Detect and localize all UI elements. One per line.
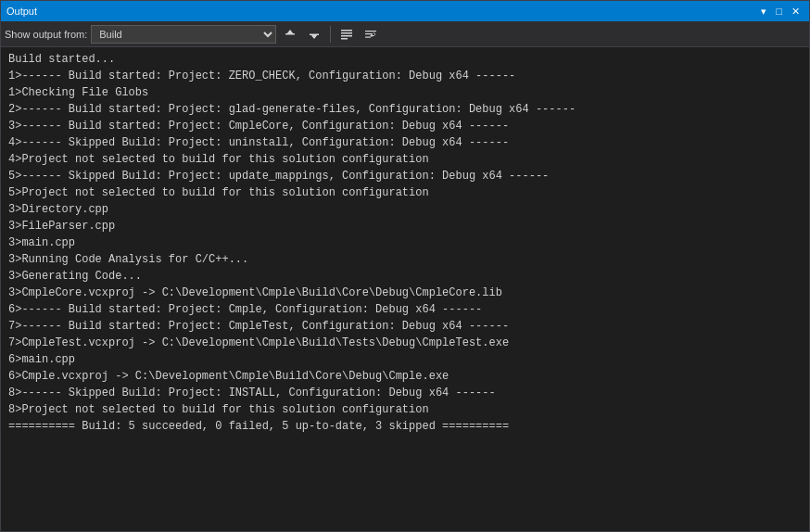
output-line: 1>------ Build started: Project: ZERO_CH… (8, 68, 802, 84)
toolbar-separator-1 (330, 26, 331, 43)
svg-rect-6 (341, 35, 352, 37)
output-line: 5>------ Skipped Build: Project: update_… (8, 168, 802, 184)
output-line: Build started... (8, 51, 802, 68)
content-area: Build started...1>------ Build started: … (1, 47, 809, 531)
window-title: Output (6, 6, 37, 17)
output-line: 3>FileParser.cpp (8, 218, 802, 234)
svg-rect-4 (341, 30, 352, 32)
collapse-button[interactable]: ▾ (757, 5, 770, 19)
output-line: 6>main.cpp (8, 351, 802, 368)
svg-rect-5 (341, 32, 352, 34)
svg-marker-1 (286, 30, 294, 34)
output-line: 5>Project not selected to build for this… (8, 184, 802, 201)
svg-rect-8 (365, 31, 376, 32)
output-line: 8>Project not selected to build for this… (8, 401, 802, 418)
output-line: 6>Cmple.vcxproj -> C:\Development\Cmple\… (8, 368, 802, 385)
output-toolbar: Show output from: Build Debug General (1, 21, 809, 47)
svg-rect-7 (341, 38, 348, 40)
word-wrap-button[interactable] (361, 25, 381, 44)
svg-marker-3 (310, 34, 318, 39)
output-line: 3>main.cpp (8, 234, 802, 251)
output-panel[interactable]: Build started...1>------ Build started: … (1, 47, 809, 531)
output-line: ========== Build: 5 succeeded, 0 failed,… (8, 418, 802, 435)
undock-button[interactable]: □ (772, 5, 786, 19)
output-window: Output ▾ □ ✕ Show output from: Build Deb… (0, 0, 810, 532)
title-bar-controls: ▾ □ ✕ (757, 5, 804, 19)
clear-button[interactable] (336, 25, 357, 44)
output-line: 3>Generating Code... (8, 268, 802, 285)
output-line: 8>------ Skipped Build: Project: INSTALL… (8, 385, 802, 401)
svg-rect-10 (365, 36, 371, 37)
scroll-up-button[interactable] (280, 25, 300, 44)
output-line: 3>------ Build started: Project: CmpleCo… (8, 118, 802, 134)
show-output-label: Show output from: (5, 29, 87, 40)
output-line: 4>Project not selected to build for this… (8, 151, 802, 168)
output-line: 1>Checking File Globs (8, 84, 802, 101)
output-line: 6>------ Build started: Project: Cmple, … (8, 301, 802, 318)
output-line: 7>------ Build started: Project: CmpleTe… (8, 318, 802, 335)
output-line: 2>------ Build started: Project: glad-ge… (8, 101, 802, 118)
output-line: 7>CmpleTest.vcxproj -> C:\Development\Cm… (8, 335, 802, 351)
output-source-select[interactable]: Build Debug General (91, 25, 276, 44)
scroll-down-button[interactable] (304, 25, 324, 44)
close-button[interactable]: ✕ (788, 5, 804, 19)
output-line: 3>Directory.cpp (8, 201, 802, 218)
output-line: 4>------ Skipped Build: Project: uninsta… (8, 134, 802, 151)
title-bar: Output ▾ □ ✕ (1, 1, 809, 21)
output-line: 3>CmpleCore.vcxproj -> C:\Development\Cm… (8, 285, 802, 301)
output-line: 3>Running Code Analysis for C/C++... (8, 251, 802, 268)
